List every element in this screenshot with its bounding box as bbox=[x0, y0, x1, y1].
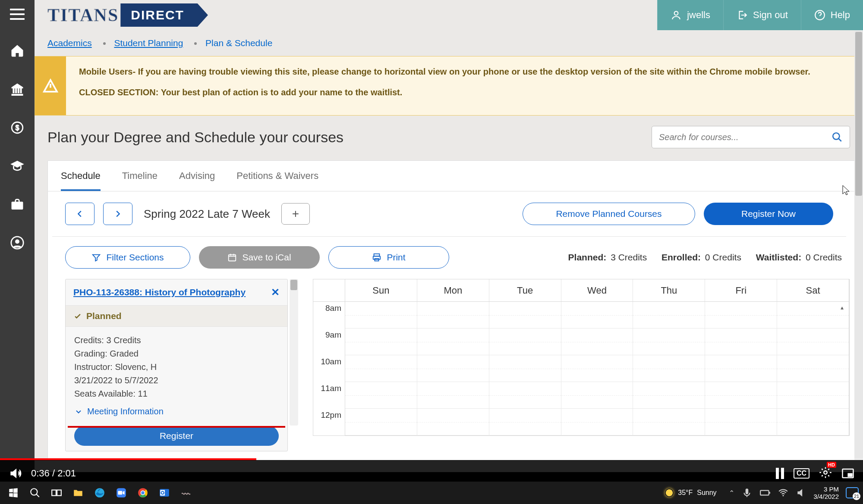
briefcase-icon[interactable] bbox=[10, 197, 25, 212]
home-icon[interactable] bbox=[10, 44, 25, 58]
meeting-info-toggle[interactable]: Meeting Information bbox=[66, 403, 287, 423]
filter-sections-button[interactable]: Filter Sections bbox=[65, 246, 190, 269]
search-taskbar-button[interactable] bbox=[26, 484, 44, 502]
left-nav-rail: $ bbox=[0, 0, 35, 472]
cc-button[interactable]: CC bbox=[794, 468, 809, 479]
tray-chevron-up-icon[interactable]: ⌃ bbox=[729, 489, 734, 497]
svg-rect-14 bbox=[848, 473, 852, 477]
day-header: Mon bbox=[417, 279, 489, 301]
svg-rect-30 bbox=[760, 491, 769, 495]
mic-icon[interactable] bbox=[741, 487, 753, 498]
cond: Sunny bbox=[697, 489, 716, 497]
logo-sub: DIRECT bbox=[120, 3, 208, 27]
chevron-right-icon bbox=[113, 209, 123, 219]
speaker-tray-icon[interactable] bbox=[796, 487, 807, 498]
svg-rect-20 bbox=[118, 491, 122, 495]
dollar-coin-icon[interactable]: $ bbox=[10, 120, 25, 135]
filter-icon bbox=[91, 253, 101, 262]
course-instructor: Instructor: Slovenc, H bbox=[74, 360, 279, 374]
volume-icon[interactable] bbox=[9, 467, 22, 480]
svg-rect-29 bbox=[745, 488, 748, 494]
sun-icon bbox=[665, 488, 674, 497]
miniplayer-icon[interactable] bbox=[841, 467, 854, 480]
tab-timeline[interactable]: Timeline bbox=[122, 170, 157, 191]
add-term-button[interactable]: + bbox=[281, 203, 310, 225]
wifi-icon[interactable] bbox=[778, 487, 789, 498]
course-list-scrollbar[interactable] bbox=[290, 279, 298, 426]
warning-line2: CLOSED SECTION: Your best plan of action… bbox=[79, 86, 810, 99]
logo-main: TITANS bbox=[47, 5, 119, 25]
zoom-button[interactable] bbox=[112, 484, 130, 502]
day-header: Thu bbox=[633, 279, 705, 301]
svg-rect-16 bbox=[52, 490, 56, 496]
day-header: Fri bbox=[705, 279, 777, 301]
help-label: Help bbox=[831, 9, 850, 21]
start-button[interactable] bbox=[4, 484, 22, 502]
user-button[interactable]: jwells bbox=[657, 0, 723, 30]
tab-petitions[interactable]: Petitions & Waivers bbox=[236, 170, 318, 191]
settings-button[interactable]: HD bbox=[819, 466, 832, 481]
grad-cap-icon[interactable] bbox=[10, 159, 25, 173]
svg-text:$: $ bbox=[16, 124, 19, 131]
remove-planned-button[interactable]: Remove Planned Courses bbox=[523, 203, 695, 225]
weather-widget[interactable]: 35°F Sunny bbox=[665, 488, 716, 497]
app-button[interactable] bbox=[177, 484, 195, 502]
svg-point-12 bbox=[824, 471, 827, 474]
crumb-student-planning[interactable]: Student Planning bbox=[114, 38, 183, 48]
print-button[interactable]: Print bbox=[328, 246, 449, 269]
topbar: TITANS DIRECT jwells Sign out Help bbox=[35, 0, 863, 30]
menu-icon[interactable] bbox=[10, 9, 25, 20]
edge-button[interactable] bbox=[91, 484, 109, 502]
print-label: Print bbox=[387, 252, 405, 263]
svg-rect-31 bbox=[769, 492, 770, 494]
bank-icon[interactable] bbox=[10, 82, 25, 97]
credit-summary: Planned: 3 Credits Enrolled: 0 Credits W… bbox=[568, 252, 842, 263]
hd-badge: HD bbox=[827, 462, 836, 468]
windows-taskbar: 35°F Sunny ⌃ 3 PM 3/4/2022 21 bbox=[0, 482, 863, 504]
tab-schedule[interactable]: Schedule bbox=[61, 170, 101, 191]
register-button[interactable]: Register bbox=[74, 426, 279, 446]
outlook-icon bbox=[159, 487, 170, 498]
search-icon bbox=[29, 487, 41, 498]
course-dates: 3/21/2022 to 5/7/2022 bbox=[74, 374, 279, 387]
weekly-calendar: Sun Mon Tue Wed Thu Fri Sat 8am 9am 10am… bbox=[313, 279, 850, 436]
prev-term-button[interactable] bbox=[65, 203, 94, 225]
logo: TITANS DIRECT bbox=[35, 0, 225, 30]
file-explorer-button[interactable] bbox=[69, 484, 87, 502]
battery-icon[interactable] bbox=[759, 487, 771, 498]
notifications-button[interactable]: 21 bbox=[846, 487, 859, 498]
svg-rect-2 bbox=[12, 202, 23, 209]
filter-label: Filter Sections bbox=[106, 252, 164, 263]
chrome-button[interactable] bbox=[134, 484, 152, 502]
edge-icon bbox=[94, 487, 105, 498]
print-icon bbox=[372, 253, 381, 262]
crumb-academics[interactable]: Academics bbox=[47, 38, 92, 48]
user-circle-icon[interactable] bbox=[10, 235, 25, 250]
pause-icon[interactable] bbox=[776, 468, 784, 479]
term-name: Spring 2022 Late 7 Week bbox=[144, 207, 270, 221]
signout-button[interactable]: Sign out bbox=[723, 0, 801, 30]
notification-count: 21 bbox=[853, 492, 860, 500]
search-input[interactable] bbox=[659, 132, 832, 142]
task-view-button[interactable] bbox=[47, 484, 66, 502]
course-search[interactable] bbox=[652, 126, 850, 148]
close-icon[interactable]: ✕ bbox=[271, 286, 280, 298]
svg-rect-8 bbox=[229, 255, 236, 261]
search-icon[interactable] bbox=[832, 131, 843, 143]
username: jwells bbox=[687, 9, 710, 21]
wave-icon bbox=[180, 487, 192, 498]
signout-icon bbox=[737, 9, 748, 21]
day-header: Wed bbox=[561, 279, 633, 301]
save-ical-button[interactable]: Save to iCal bbox=[199, 246, 320, 269]
clock[interactable]: 3 PM 3/4/2022 bbox=[814, 485, 839, 501]
course-title-link[interactable]: PHO-113-26388: History of Photography bbox=[73, 287, 246, 297]
time-label: 9am bbox=[313, 329, 345, 355]
next-term-button[interactable] bbox=[103, 203, 132, 225]
ical-label: Save to iCal bbox=[242, 252, 291, 263]
outlook-button[interactable] bbox=[155, 484, 173, 502]
help-button[interactable]: Help bbox=[801, 0, 863, 30]
system-tray: ⌃ 3 PM 3/4/2022 21 bbox=[729, 485, 859, 501]
tab-advising[interactable]: Advising bbox=[179, 170, 215, 191]
register-now-button[interactable]: Register Now bbox=[704, 203, 833, 225]
app-scrollbar[interactable] bbox=[854, 30, 863, 472]
